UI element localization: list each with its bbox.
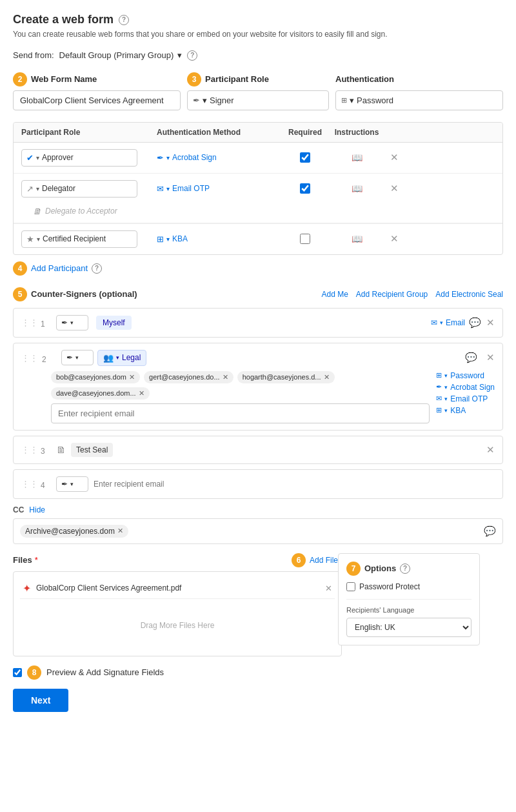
add-electronic-seal-link[interactable]: Add Electronic Seal bbox=[435, 290, 503, 299]
group-email-input[interactable] bbox=[51, 403, 430, 423]
delegator-auth-icon: ✉ bbox=[157, 184, 164, 194]
legal-group-tag[interactable]: 👥 ▾ Legal bbox=[97, 350, 146, 366]
add-recipient-group-link[interactable]: Add Recipient Group bbox=[356, 290, 428, 299]
group-auth-acrobat[interactable]: ✒ ▾ Acrobat Sign bbox=[436, 383, 495, 392]
signer-role-select-2[interactable]: ✒ ▾ bbox=[61, 350, 94, 365]
book-icon: 📖 bbox=[352, 152, 362, 163]
auth-icon: ⊞ bbox=[341, 96, 347, 105]
table-col-close-placeholder bbox=[382, 128, 406, 137]
group-auth-password[interactable]: ⊞ ▾ Password bbox=[436, 371, 495, 380]
participant-role-select[interactable]: ✒ ▾ Signer bbox=[187, 90, 329, 110]
preview-checkbox[interactable] bbox=[13, 668, 22, 677]
email-tag-gert: gert@caseyjones.do... ✕ bbox=[144, 371, 233, 383]
password-protect-label: Password Protect bbox=[359, 582, 420, 591]
certified-book-icon: 📖 bbox=[352, 234, 362, 244]
email-tag-bob: bob@caseyjones.dom ✕ bbox=[51, 371, 140, 383]
signer2-chat-icon[interactable]: 💬 bbox=[465, 352, 477, 363]
send-from-label: Send from: bbox=[13, 50, 54, 60]
group-icon: 👥 bbox=[103, 353, 114, 363]
add-files-link[interactable]: Add Files bbox=[310, 556, 342, 565]
delegator-auth-select[interactable]: ✉ ▾ Email OTP bbox=[157, 184, 279, 194]
role-delegator-select[interactable]: ↗ ▾ Delegator bbox=[21, 180, 137, 198]
certified-auth-chevron-icon: ▾ bbox=[166, 236, 170, 243]
certified-instructions-btn[interactable]: 📖 bbox=[331, 234, 382, 244]
lang-label: Recipients' Language bbox=[346, 606, 471, 614]
signer4-drag-handle: ⋮⋮ bbox=[21, 479, 38, 489]
certified-required-checkbox[interactable] bbox=[279, 234, 331, 244]
cc-chat-icon[interactable]: 💬 bbox=[484, 525, 496, 537]
add-me-link[interactable]: Add Me bbox=[322, 290, 348, 299]
signer4-email-input[interactable] bbox=[94, 477, 495, 491]
hogarth-tag-remove[interactable]: ✕ bbox=[324, 373, 330, 381]
file-close-btn[interactable]: ✕ bbox=[325, 584, 332, 593]
cc-label: CC bbox=[13, 505, 24, 514]
signer3-close-btn[interactable]: ✕ bbox=[486, 444, 495, 456]
group-auth-kba[interactable]: ⊞ ▾ KBA bbox=[436, 406, 495, 415]
group-emailotp-label: Email OTP bbox=[450, 394, 488, 403]
files-label: Files bbox=[13, 555, 32, 565]
counter-signers-title: Counter-Signers (optional) bbox=[31, 289, 137, 299]
page-subtitle: You can create reusable web forms that y… bbox=[13, 29, 503, 40]
password-protect-checkbox[interactable] bbox=[346, 582, 355, 591]
add-participant-link[interactable]: Add Participant bbox=[31, 263, 88, 273]
options-help-icon[interactable]: ? bbox=[400, 563, 410, 574]
cc-hide-link[interactable]: Hide bbox=[29, 505, 45, 514]
options-title: Options bbox=[364, 563, 396, 573]
approver-close-btn[interactable]: ✕ bbox=[382, 152, 406, 163]
next-button[interactable]: Next bbox=[13, 689, 68, 712]
gert-tag-remove[interactable]: ✕ bbox=[223, 373, 228, 381]
delegate-to-acceptor-icon: 🗎 bbox=[33, 207, 41, 216]
certified-auth-icon: ⊞ bbox=[157, 234, 164, 244]
group-kba-icon: ⊞ bbox=[436, 406, 442, 414]
signer-num-4: 4 bbox=[41, 478, 51, 490]
group-password-icon: ⊞ bbox=[436, 371, 442, 380]
role-certified-select[interactable]: ★ ▾ Certified Recipient bbox=[21, 230, 137, 248]
signer-num-2: 2 bbox=[42, 352, 52, 364]
certified-label: Certified Recipient bbox=[43, 234, 106, 243]
signer-pen-icon-1: ✒ bbox=[61, 318, 68, 327]
signer-row-4: ⋮⋮ 4 ✒ ▾ bbox=[13, 469, 503, 499]
delegator-close-btn[interactable]: ✕ bbox=[382, 183, 406, 194]
web-form-name-label: Web Form Name bbox=[31, 74, 97, 84]
bob-tag-remove[interactable]: ✕ bbox=[129, 373, 135, 381]
delegator-required-checkbox[interactable] bbox=[279, 183, 331, 194]
signer1-chat-icon[interactable]: 💬 bbox=[469, 317, 481, 329]
page-title-help-icon[interactable]: ? bbox=[119, 15, 129, 25]
send-from-help-icon[interactable]: ? bbox=[187, 50, 197, 61]
auth-select[interactable]: ⊞ ▾ Password bbox=[335, 90, 503, 110]
delegator-instructions-btn[interactable]: 📖 bbox=[331, 183, 382, 194]
send-from-select[interactable]: Default Group (Primary Group) ▾ bbox=[59, 50, 183, 60]
drag-area: Drag More Files Here bbox=[20, 602, 335, 649]
signer1-close-btn[interactable]: ✕ bbox=[486, 317, 495, 329]
group-auth-email-otp[interactable]: ✉ ▾ Email OTP bbox=[436, 394, 495, 403]
lang-select[interactable]: English: UK English: US French German Sp… bbox=[346, 618, 471, 637]
group-emailotp-icon: ✉ bbox=[436, 394, 442, 403]
signer-role-select-4[interactable]: ✒ ▾ bbox=[56, 476, 88, 492]
certified-close-btn[interactable]: ✕ bbox=[382, 233, 406, 245]
signer-row-2: ⋮⋮ 2 ✒ ▾ 👥 ▾ Legal 💬 ✕ bob@caseyjones.do… bbox=[13, 343, 503, 431]
table-col-required: Required bbox=[279, 128, 331, 137]
approver-instructions-btn[interactable]: 📖 bbox=[331, 152, 382, 163]
signer2-close-btn[interactable]: ✕ bbox=[486, 352, 495, 363]
signer-num-1: 1 bbox=[41, 316, 51, 329]
role-value: Signer bbox=[210, 96, 234, 105]
approver-auth-select[interactable]: ✒ ▾ Acrobat Sign bbox=[157, 153, 279, 163]
delegator-auth-value: Email OTP bbox=[172, 184, 210, 193]
certified-auth-select[interactable]: ⊞ ▾ KBA bbox=[157, 234, 279, 244]
cc-tag-archive: Archive@caseyjones.dom ✕ bbox=[20, 525, 128, 538]
signer3-drag-handle: ⋮⋮ bbox=[21, 445, 38, 454]
certified-chevron-icon: ▾ bbox=[37, 236, 40, 243]
group-kba-chevron: ▾ bbox=[444, 407, 448, 414]
role-approver-select[interactable]: ✔ ▾ Approver bbox=[21, 149, 137, 167]
dave-tag-remove[interactable]: ✕ bbox=[139, 389, 144, 398]
cc-tag-remove[interactable]: ✕ bbox=[117, 527, 123, 535]
web-form-name-input[interactable]: GlobalCorp Client Services Agreement bbox=[13, 90, 181, 110]
delegator-auth-chevron-icon: ▾ bbox=[166, 185, 170, 192]
pdf-icon: ✦ bbox=[23, 582, 31, 594]
add-participant-help-icon[interactable]: ? bbox=[92, 263, 102, 274]
signer-role-select-1[interactable]: ✒ ▾ bbox=[56, 315, 88, 330]
signer1-auth-value: Email bbox=[446, 318, 465, 327]
options-box: 7 Options ? Password Protect Recipients'… bbox=[338, 553, 480, 645]
signer1-auth-select[interactable]: ✉ ▾ Email bbox=[431, 318, 465, 327]
approver-required-checkbox[interactable] bbox=[279, 152, 331, 163]
